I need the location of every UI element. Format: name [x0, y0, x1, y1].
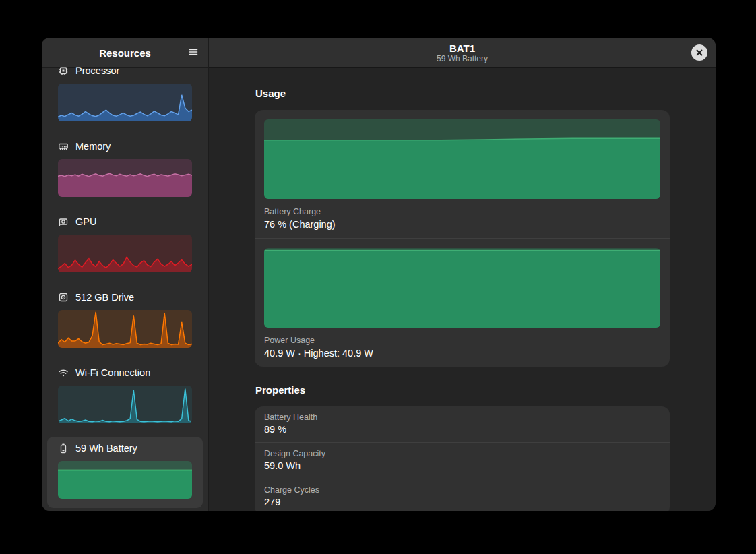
power-usage-value: 40.9 W · Highest: 40.9 W — [264, 348, 660, 359]
sidebar-list: Processor Memory — [42, 59, 208, 511]
sidebar-header: Resources — [42, 38, 208, 67]
usage-card: Battery Charge 76 % (Charging) Power Usa… — [255, 110, 670, 367]
memory-chart — [58, 159, 192, 197]
gpu-icon — [58, 216, 69, 227]
sidebar-item-drive[interactable]: 512 GB Drive — [47, 286, 203, 357]
memory-icon — [58, 141, 69, 152]
power-usage-row: Power Usage 40.9 W · Highest: 40.9 W — [255, 238, 670, 367]
sidebar-item-gpu[interactable]: GPU — [47, 210, 203, 282]
drive-icon — [58, 292, 69, 303]
design-capacity-row: Design Capacity 59.0 Wh — [255, 442, 670, 479]
close-icon — [696, 48, 703, 58]
menu-button[interactable] — [183, 42, 204, 63]
page-subtitle: 59 Wh Battery — [437, 54, 488, 63]
sidebar-title: Resources — [99, 47, 151, 59]
battery-charge-chart — [264, 119, 660, 199]
battery-health-value: 89 % — [264, 424, 660, 435]
wifi-icon — [58, 367, 69, 378]
design-capacity-value: 59.0 Wh — [264, 460, 660, 471]
battery-health-label: Battery Health — [264, 412, 660, 422]
battery-chart — [58, 461, 192, 499]
hamburger-icon — [188, 47, 199, 59]
sidebar-item-label: 59 Wh Battery — [75, 443, 137, 454]
properties-card: Battery Health 89 % Design Capacity 59.0… — [255, 406, 670, 511]
power-usage-label: Power Usage — [264, 336, 660, 345]
gpu-chart — [58, 235, 192, 272]
processor-chart — [58, 84, 192, 121]
sidebar-item-memory[interactable]: Memory — [47, 135, 203, 206]
sidebar-item-wifi[interactable]: Wi-Fi Connection — [47, 361, 203, 433]
power-usage-chart — [264, 248, 660, 328]
battery-charge-row: Battery Charge 76 % (Charging) — [255, 110, 670, 238]
main-body: Usage Battery Charge 76 % (Charging) Pow… — [209, 67, 716, 511]
sidebar-item-label: Memory — [75, 141, 111, 152]
sidebar-item-label: Wi-Fi Connection — [75, 367, 150, 378]
charge-cycles-label: Charge Cycles — [264, 485, 660, 495]
battery-charge-label: Battery Charge — [264, 207, 660, 216]
sidebar: Resources — [42, 38, 209, 511]
app-window: Resources — [42, 38, 716, 511]
usage-heading: Usage — [255, 88, 670, 99]
battery-charge-value: 76 % (Charging) — [264, 219, 660, 230]
wifi-chart — [58, 386, 192, 423]
properties-heading: Properties — [255, 384, 670, 396]
sidebar-item-label: GPU — [75, 216, 96, 227]
sidebar-item-battery[interactable]: 59 Wh Battery — [47, 437, 203, 508]
page-title: BAT1 — [449, 42, 475, 54]
charge-cycles-value: 279 — [264, 497, 660, 507]
battery-health-row: Battery Health 89 % — [255, 406, 670, 442]
close-button[interactable] — [691, 44, 707, 61]
main-header: BAT1 59 Wh Battery — [209, 38, 716, 67]
sidebar-item-processor[interactable]: Processor — [47, 59, 203, 131]
drive-chart — [58, 310, 192, 348]
charge-cycles-row: Charge Cycles 279 — [255, 479, 670, 511]
design-capacity-label: Design Capacity — [264, 449, 660, 458]
battery-icon — [58, 443, 69, 454]
sidebar-item-label: 512 GB Drive — [75, 292, 134, 303]
detail-pane: BAT1 59 Wh Battery Usage Battery Charge … — [209, 38, 716, 511]
